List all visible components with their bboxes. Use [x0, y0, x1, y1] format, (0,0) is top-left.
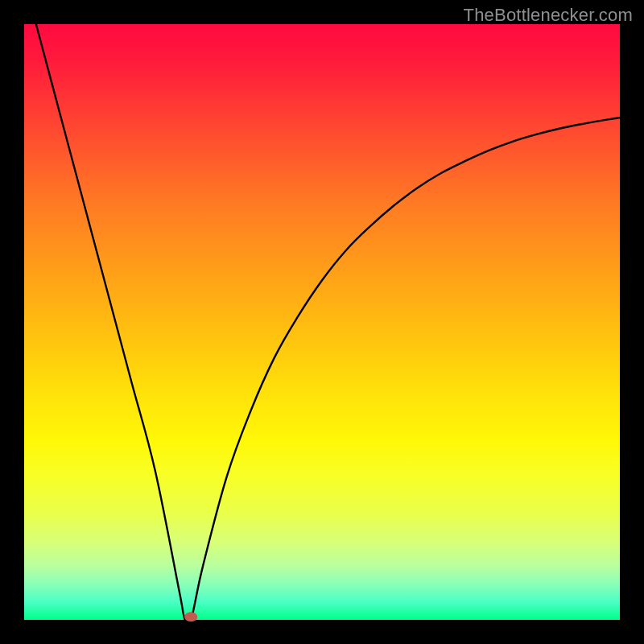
attribution-text: TheBottlenecker.com: [464, 5, 633, 26]
optimum-marker: [184, 612, 197, 621]
chart-svg: [24, 24, 620, 620]
bottleneck-curve: [36, 24, 620, 625]
chart-frame: TheBottlenecker.com: [0, 0, 644, 644]
